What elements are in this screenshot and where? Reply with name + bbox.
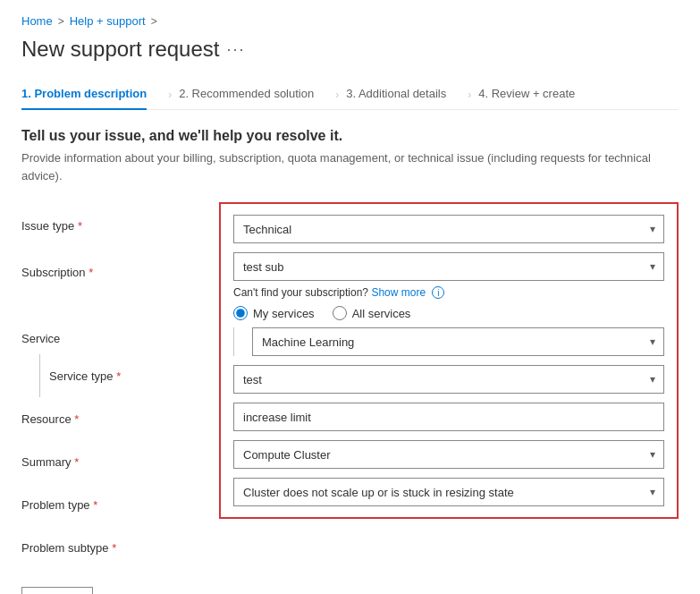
service-type-row: Machine Learning ▾: [233, 327, 664, 356]
issue-type-select[interactable]: Technical Billing Quota: [233, 215, 664, 243]
breadcrumb-sep1: >: [58, 15, 64, 28]
service-radio-group: My services All services: [233, 306, 664, 320]
issue-type-label: Issue type *: [21, 219, 82, 233]
step-sep3: ›: [468, 89, 471, 101]
problem-subtype-label: Problem subtype *: [21, 541, 116, 555]
step-sep1: ›: [168, 89, 172, 101]
form-area: Issue type * Subscription * Service: [21, 202, 679, 569]
problem-subtype-row: Cluster does not scale up or is stuck in…: [233, 478, 664, 506]
page-container: Home > Help + support > New support requ…: [0, 0, 700, 594]
breadcrumb-help[interactable]: Help + support: [70, 14, 146, 28]
service-label: Service: [21, 332, 60, 345]
resource-label: Resource *: [21, 412, 79, 426]
my-services-radio[interactable]: [233, 306, 248, 320]
breadcrumb-home[interactable]: Home: [21, 14, 53, 28]
service-type-label: Service type *: [49, 369, 121, 383]
problem-subtype-select[interactable]: Cluster does not scale up or is stuck in…: [233, 478, 664, 506]
all-services-radio[interactable]: [333, 306, 347, 320]
all-services-label: All services: [352, 307, 411, 320]
problem-type-label: Problem type *: [21, 498, 97, 512]
next-button[interactable]: Next: [21, 587, 93, 594]
breadcrumb: Home > Help + support >: [21, 14, 679, 28]
wizard-step-additional[interactable]: 3. Additional details: [346, 80, 468, 109]
section-title: Tell us your issue, and we'll help you r…: [21, 128, 679, 144]
step-sep2: ›: [335, 89, 339, 101]
problem-type-select-wrapper: Compute Cluster ▾: [233, 440, 664, 469]
show-more-link[interactable]: Show more: [371, 286, 426, 299]
service-radio-row: My services All services: [233, 306, 664, 320]
problem-type-select[interactable]: Compute Cluster: [233, 440, 664, 469]
all-services-radio-label[interactable]: All services: [333, 306, 411, 320]
wizard-steps: 1. Problem description › 2. Recommended …: [21, 80, 679, 110]
problem-subtype-select-wrapper: Cluster does not scale up or is stuck in…: [233, 478, 664, 506]
info-icon[interactable]: i: [432, 286, 444, 299]
subscription-label: Subscription *: [21, 266, 93, 279]
my-services-radio-label[interactable]: My services: [233, 306, 315, 320]
summary-label: Summary *: [21, 455, 79, 469]
subscription-row: test sub ▾: [233, 252, 664, 281]
wizard-step-problem[interactable]: 1. Problem description: [21, 80, 168, 109]
section-desc: Provide information about your billing, …: [21, 149, 679, 184]
resource-select[interactable]: test: [233, 365, 664, 394]
service-type-select-wrapper: Machine Learning ▾: [252, 327, 664, 356]
breadcrumb-sep2: >: [151, 15, 157, 28]
resource-select-wrapper: test ▾: [233, 365, 664, 394]
summary-row: [233, 403, 664, 431]
page-title: New support request: [21, 37, 219, 62]
issue-type-row: Technical Billing Quota ▾: [233, 215, 664, 243]
wizard-step-review[interactable]: 4. Review + create: [478, 80, 596, 109]
resource-row: test ▾: [233, 365, 664, 394]
issue-type-select-wrapper: Technical Billing Quota ▾: [233, 215, 664, 243]
problem-type-row: Compute Cluster ▾: [233, 440, 664, 469]
page-title-dots[interactable]: ···: [226, 40, 245, 59]
wizard-step-recommended[interactable]: 2. Recommended solution: [179, 80, 335, 109]
my-services-label: My services: [253, 307, 315, 320]
cant-find-row: Can't find your subscription? Show more …: [233, 286, 664, 299]
service-type-select[interactable]: Machine Learning: [252, 327, 664, 356]
subscription-select-wrapper: test sub ▾: [233, 252, 664, 281]
page-title-row: New support request ···: [21, 37, 679, 62]
summary-input[interactable]: [233, 403, 664, 431]
subscription-select[interactable]: test sub: [233, 252, 664, 281]
